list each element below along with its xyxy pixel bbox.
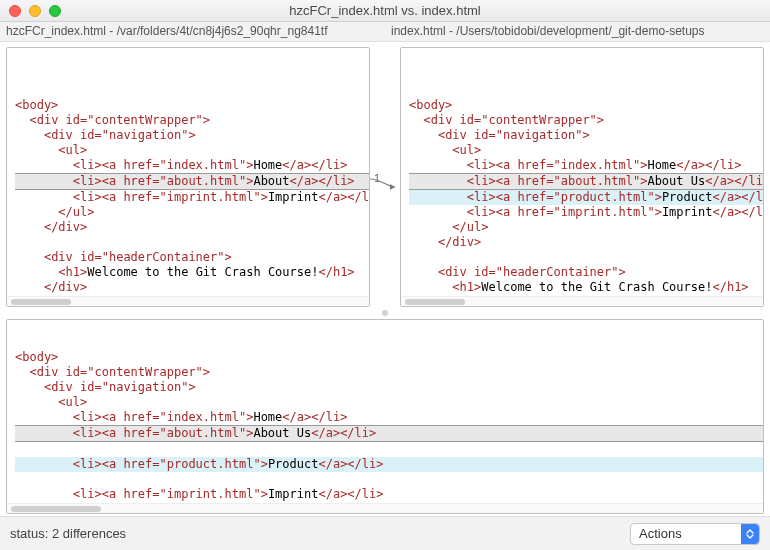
window-title: hzcFCr_index.html vs. index.html: [0, 3, 770, 18]
left-file-path: hzcFCr_index.html - /var/folders/4t/cn8j…: [0, 22, 385, 41]
code-token: <li>: [467, 174, 496, 188]
code-token: <li>: [467, 158, 496, 172]
code-token: </a>: [318, 190, 347, 204]
code-token: <body>: [15, 98, 58, 112]
code-token: </li>: [311, 410, 347, 424]
code-token: <li>: [73, 158, 102, 172]
right-h-scrollbar[interactable]: [401, 296, 763, 306]
code-token: </a>: [318, 487, 347, 501]
code-token: <div id="navigation">: [438, 128, 590, 142]
code-token: <div id="contentWrapper">: [29, 113, 210, 127]
top-diff-row: <body> <div id="contentWrapper"> <div id…: [6, 47, 764, 307]
code-token: <h1>: [452, 280, 481, 294]
right-pane[interactable]: <body> <div id="contentWrapper"> <div id…: [400, 47, 764, 307]
code-token: Welcome to the Git Crash Course!: [481, 280, 712, 294]
code-token: </li>: [340, 426, 376, 440]
window: hzcFCr_index.html vs. index.html hzcFCr_…: [0, 0, 770, 550]
code-token: <a href="about.html">: [496, 174, 648, 188]
code-token: </div>: [44, 280, 87, 294]
code-token: Product: [268, 457, 319, 471]
file-paths-bar: hzcFCr_index.html - /var/folders/4t/cn8j…: [0, 22, 770, 42]
code-token: Imprint: [268, 487, 319, 501]
code-token: <li>: [467, 190, 496, 204]
left-code[interactable]: <body> <div id="contentWrapper"> <div id…: [7, 48, 369, 296]
code-token: <a href="about.html">: [102, 174, 254, 188]
code-token: </a>: [318, 457, 347, 471]
code-token: <div id="contentWrapper">: [423, 113, 604, 127]
arrow-icon: [370, 177, 400, 193]
code-token: Home: [253, 158, 282, 172]
right-code[interactable]: <body> <div id="contentWrapper"> <div id…: [401, 48, 763, 296]
status-bar: status: 2 differences Actions: [0, 516, 770, 550]
left-pane[interactable]: <body> <div id="contentWrapper"> <div id…: [6, 47, 370, 307]
code-token: <li>: [73, 457, 102, 471]
code-token: <a href="imprint.html">: [102, 487, 268, 501]
merged-h-scrollbar[interactable]: [7, 503, 763, 513]
code-token: <div id="navigation">: [44, 128, 196, 142]
code-token: <a href="about.html">: [102, 426, 254, 440]
scrollbar-thumb[interactable]: [11, 299, 71, 305]
code-token: <div id="navigation">: [44, 380, 196, 394]
diff-area: <body> <div id="contentWrapper"> <div id…: [0, 42, 770, 516]
code-token: About: [253, 174, 289, 188]
code-token: </li>: [347, 457, 383, 471]
code-token: <li>: [73, 174, 102, 188]
code-token: </ul>: [58, 205, 94, 219]
status-value: 2 differences: [52, 526, 126, 541]
splitter-handle-icon: [382, 310, 388, 316]
scrollbar-thumb[interactable]: [11, 506, 101, 512]
code-token: </div>: [44, 220, 87, 234]
code-token: <a href="index.html">: [102, 158, 254, 172]
titlebar[interactable]: hzcFCr_index.html vs. index.html: [0, 0, 770, 22]
code-token: </li>: [347, 487, 383, 501]
chevron-updown-icon: [741, 524, 759, 544]
code-token: </div>: [438, 235, 481, 249]
code-token: <li>: [73, 487, 102, 501]
code-token: </a>: [676, 158, 705, 172]
code-token: </a>: [311, 426, 340, 440]
actions-dropdown[interactable]: Actions: [630, 523, 760, 545]
code-token: <a href="imprint.html">: [102, 190, 268, 204]
code-token: </a>: [290, 174, 319, 188]
scrollbar-thumb[interactable]: [405, 299, 465, 305]
code-token: <a href="index.html">: [102, 410, 254, 424]
code-token: <a href="index.html">: [496, 158, 648, 172]
code-token: <body>: [15, 350, 58, 364]
left-h-scrollbar[interactable]: [7, 296, 369, 306]
status-text: status: 2 differences: [10, 526, 126, 541]
code-token: </a>: [712, 190, 741, 204]
code-token: </li>: [741, 190, 763, 204]
code-token: </a>: [282, 158, 311, 172]
merged-code[interactable]: <body> <div id="contentWrapper"> <div id…: [7, 320, 763, 503]
pane-splitter[interactable]: [6, 307, 764, 319]
code-token: <li>: [73, 426, 102, 440]
code-token: </li>: [318, 174, 354, 188]
code-token: <body>: [409, 98, 452, 112]
code-token: Imprint: [662, 205, 713, 219]
code-token: Home: [253, 410, 282, 424]
code-token: About Us: [647, 174, 705, 188]
status-label: status:: [10, 526, 48, 541]
code-token: About Us: [253, 426, 311, 440]
code-token: <a href="product.html">: [102, 457, 268, 471]
code-token: <h1>: [58, 265, 87, 279]
code-token: </a>: [705, 174, 734, 188]
code-token: Home: [647, 158, 676, 172]
code-token: <div id="headerContainer">: [44, 250, 232, 264]
code-token: </h1>: [318, 265, 354, 279]
code-token: <div id="contentWrapper">: [29, 365, 210, 379]
right-file-path: index.html - /Users/tobidobi/development…: [385, 22, 770, 41]
code-token: Welcome to the Git Crash Course!: [87, 265, 318, 279]
actions-dropdown-label: Actions: [639, 526, 682, 541]
code-token: <ul>: [58, 395, 87, 409]
code-token: </li>: [734, 174, 763, 188]
code-token: <li>: [467, 205, 496, 219]
code-token: Imprint: [268, 190, 319, 204]
code-token: <ul>: [452, 143, 481, 157]
merged-pane[interactable]: <body> <div id="contentWrapper"> <div id…: [6, 319, 764, 514]
code-token: <div id="headerContainer">: [438, 265, 626, 279]
code-token: <ul>: [58, 143, 87, 157]
code-token: </li>: [705, 158, 741, 172]
code-token: </ul>: [452, 220, 488, 234]
code-token: <a href="imprint.html">: [496, 205, 662, 219]
